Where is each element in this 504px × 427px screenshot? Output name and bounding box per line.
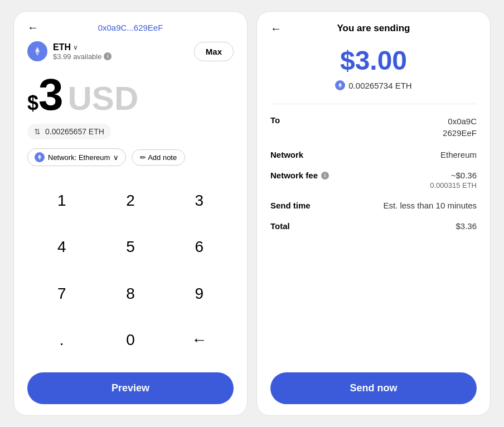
- token-details: ETH ∨ $3.99 available i: [53, 42, 112, 61]
- key-dot[interactable]: .: [27, 317, 96, 364]
- fee-label: Network fee: [270, 171, 318, 180]
- right-back-button[interactable]: ←: [270, 22, 282, 35]
- key-3[interactable]: 3: [165, 177, 234, 224]
- network-row-right: Network Ethereum: [270, 150, 477, 159]
- left-header: ← 0x0a9C...629EeF: [27, 23, 234, 32]
- eth-token-icon: [27, 41, 47, 61]
- network-selector[interactable]: Network: Ethereum ∨: [27, 148, 126, 166]
- send-amount-display: $3.00: [270, 45, 477, 76]
- key-backspace[interactable]: ←: [165, 317, 234, 364]
- available-info-icon[interactable]: i: [104, 52, 112, 60]
- to-label: To: [270, 115, 280, 125]
- confirmation-panel: ← You are sending $3.00 0.00265734 ETH T…: [256, 11, 491, 416]
- send-now-button[interactable]: Send now: [270, 372, 477, 404]
- key-9[interactable]: 9: [165, 270, 234, 317]
- send-time-label: Send time: [270, 201, 311, 210]
- total-value: $3.36: [455, 221, 477, 231]
- key-0[interactable]: 0: [96, 317, 164, 364]
- fee-info-icon[interactable]: i: [321, 172, 329, 179]
- key-8[interactable]: 8: [96, 270, 164, 317]
- key-2[interactable]: 2: [96, 177, 164, 224]
- send-panel: ← 0x0a9C...629EeF ETH ∨ $3.99 a: [13, 11, 248, 416]
- network-icon: [35, 152, 45, 162]
- numpad: 1 2 3 4 5 6 7 8 9 . 0 ←: [27, 177, 234, 363]
- send-eth-row: 0.00265734 ETH: [270, 80, 477, 90]
- send-eth-value: 0.00265734 ETH: [348, 81, 411, 90]
- svg-marker-4: [338, 83, 342, 86]
- to-address-line1: 0x0a9C: [443, 115, 477, 127]
- right-header: ← You are sending: [270, 23, 477, 34]
- send-eth-icon: [335, 80, 345, 90]
- key-4[interactable]: 4: [27, 224, 96, 271]
- svg-marker-2: [38, 154, 41, 158]
- fee-value-block: ~$0.36 0.000315 ETH: [430, 171, 477, 190]
- key-1[interactable]: 1: [27, 177, 96, 224]
- wallet-address: 0x0a9C...629EeF: [98, 23, 163, 32]
- max-button[interactable]: Max: [194, 42, 234, 61]
- fee-row: Network fee i ~$0.36 0.000315 ETH: [270, 171, 477, 190]
- key-5[interactable]: 5: [96, 224, 164, 271]
- amount-number: 3: [38, 72, 64, 117]
- token-name-row[interactable]: ETH ∨: [53, 42, 112, 52]
- back-button[interactable]: ←: [27, 21, 38, 34]
- dollar-sign: $: [27, 91, 38, 115]
- section-divider: [270, 104, 477, 104]
- send-time-value: Est. less than 10 minutes: [383, 201, 477, 210]
- token-chevron-icon: ∨: [73, 43, 78, 51]
- confirmation-title: You are sending: [337, 23, 410, 34]
- amount-currency: USD: [68, 82, 139, 115]
- svg-marker-0: [35, 47, 40, 53]
- token-available: $3.99 available i: [53, 52, 112, 61]
- token-row: ETH ∨ $3.99 available i Max: [27, 41, 234, 61]
- network-row: Network: Ethereum ∨ ✏ Add note: [27, 148, 234, 166]
- total-label: Total: [270, 221, 290, 231]
- to-row: To 0x0a9C 2629EeF: [270, 115, 477, 139]
- to-address-line2: 2629EeF: [443, 127, 477, 139]
- key-6[interactable]: 6: [165, 224, 234, 271]
- network-chevron-icon: ∨: [113, 153, 119, 162]
- amount-display: $ 3 USD: [27, 72, 234, 117]
- network-label: Network: Ethereum: [48, 153, 110, 162]
- app-container: ← 0x0a9C...629EeF ETH ∨ $3.99 a: [0, 0, 504, 427]
- to-address-block: 0x0a9C 2629EeF: [443, 115, 477, 139]
- eth-equivalent-row[interactable]: ⇅ 0.00265657 ETH: [27, 124, 111, 139]
- network-value-right: Ethereum: [440, 150, 477, 159]
- preview-button[interactable]: Preview: [27, 372, 234, 404]
- fee-label-group: Network fee i: [270, 171, 329, 180]
- swap-icon: ⇅: [34, 127, 41, 136]
- total-row: Total $3.36: [270, 221, 477, 231]
- eth-equiv-text: 0.00265657 ETH: [45, 127, 104, 136]
- send-time-row: Send time Est. less than 10 minutes: [270, 201, 477, 210]
- token-name: ETH: [53, 42, 71, 52]
- transaction-details: To 0x0a9C 2629EeF Network Ethereum Netwo…: [270, 115, 477, 372]
- token-info: ETH ∨ $3.99 available i: [27, 41, 112, 61]
- fee-eth: 0.000315 ETH: [430, 181, 477, 190]
- key-7[interactable]: 7: [27, 270, 96, 317]
- add-note-button[interactable]: ✏ Add note: [132, 149, 185, 166]
- network-label-right: Network: [270, 150, 303, 159]
- fee-usd: ~$0.36: [430, 171, 477, 180]
